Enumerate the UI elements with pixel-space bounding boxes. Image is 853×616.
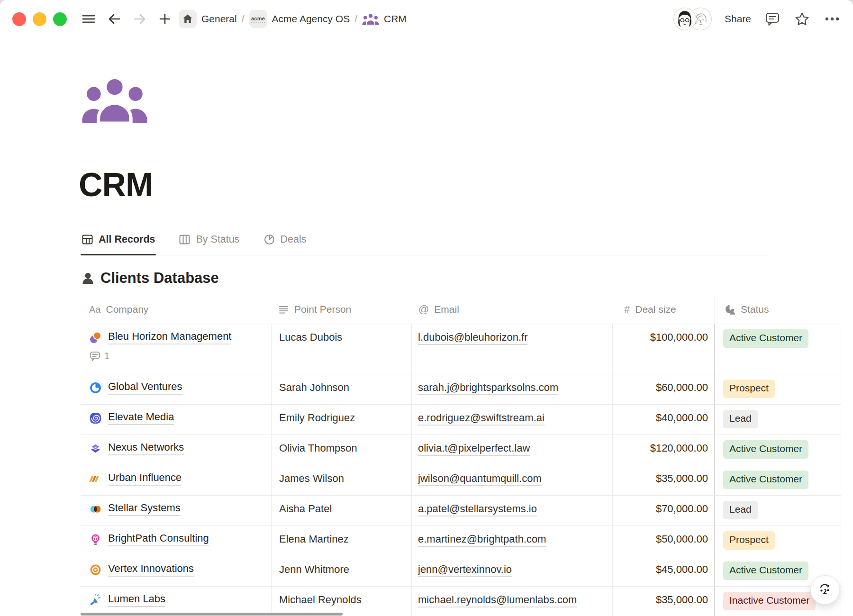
email-link[interactable]: sarah.j@brightsparksolns.com bbox=[418, 381, 558, 395]
company-link[interactable]: Urban Influence bbox=[108, 471, 181, 486]
point-person-cell[interactable]: Sarah Johnson bbox=[272, 374, 412, 404]
table-row[interactable]: Global Ventures Sarah Johnson sarah.j@br… bbox=[81, 374, 841, 405]
company-cell[interactable]: Global Ventures bbox=[81, 374, 272, 404]
email-cell[interactable]: jenn@vertexinnov.io bbox=[412, 556, 613, 586]
email-link[interactable]: jenn@vertexinnov.io bbox=[418, 563, 512, 577]
company-link[interactable]: Stellar Systems bbox=[108, 502, 181, 516]
back-arrow-icon[interactable] bbox=[107, 11, 122, 27]
status-badge[interactable]: Active Customer bbox=[723, 471, 808, 489]
deal-size-cell[interactable]: $40,000.00 bbox=[613, 405, 715, 435]
status-badge[interactable]: Active Customer bbox=[723, 562, 808, 580]
status-badge[interactable]: Inactive Customer bbox=[723, 592, 816, 610]
new-page-plus-icon[interactable] bbox=[158, 12, 172, 26]
minimize-window-button[interactable] bbox=[33, 12, 46, 26]
company-link[interactable]: Vertex Innovations bbox=[108, 562, 194, 577]
status-cell[interactable]: Active Customer bbox=[714, 324, 841, 374]
deal-size-cell[interactable]: $35,000.00 bbox=[613, 465, 715, 495]
email-link[interactable]: olivia.t@pixelperfect.law bbox=[418, 442, 530, 456]
email-cell[interactable]: olivia.t@pixelperfect.law bbox=[412, 435, 613, 465]
deal-size-cell[interactable]: $60,000.00 bbox=[613, 374, 715, 404]
close-window-button[interactable] bbox=[12, 12, 26, 26]
table-row[interactable]: Vertex Innovations Jenn Whitmore jenn@ve… bbox=[81, 556, 841, 587]
table-row[interactable]: Lumen Labs Michael Reynolds michael.reyn… bbox=[81, 587, 841, 616]
point-person-cell[interactable]: Aisha Patel bbox=[272, 496, 412, 525]
status-badge[interactable]: Active Customer bbox=[723, 329, 808, 348]
company-cell[interactable]: Elevate Media bbox=[81, 405, 272, 435]
email-link[interactable]: michael.reynolds@lumenlabs.com bbox=[418, 594, 577, 607]
status-cell[interactable]: Prospect bbox=[714, 374, 841, 404]
email-cell[interactable]: jwilson@quantumquill.com bbox=[412, 465, 613, 495]
email-cell[interactable]: e.martinez@brightpath.com bbox=[412, 526, 613, 556]
status-badge[interactable]: Lead bbox=[723, 410, 758, 428]
table-row[interactable]: Elevate Media Emily Rodriguez e.rodrigue… bbox=[81, 405, 841, 435]
tab-all-records[interactable]: All Records bbox=[81, 232, 156, 255]
point-person-cell[interactable]: James Wilson bbox=[272, 465, 412, 495]
status-badge[interactable]: Active Customer bbox=[723, 440, 808, 459]
email-cell[interactable]: a.patel@stellarsystems.io bbox=[412, 496, 613, 525]
email-link[interactable]: e.martinez@brightpath.com bbox=[418, 533, 546, 547]
email-link[interactable]: a.patel@stellarsystems.io bbox=[418, 503, 537, 516]
collaborator-avatars[interactable] bbox=[674, 8, 711, 30]
status-cell[interactable]: Lead bbox=[714, 496, 841, 525]
deal-size-cell[interactable]: $120,000.00 bbox=[613, 435, 715, 465]
deal-size-cell[interactable]: $35,000.00 bbox=[613, 587, 715, 616]
status-badge[interactable]: Lead bbox=[723, 501, 758, 519]
comments-icon[interactable] bbox=[764, 11, 780, 27]
table-row[interactable]: Urban Influence James Wilson jwilson@qua… bbox=[81, 465, 841, 496]
email-link[interactable]: l.dubois@bleuhorizon.fr bbox=[418, 331, 527, 345]
more-options-icon[interactable] bbox=[824, 11, 841, 27]
comment-count[interactable]: 1 bbox=[90, 351, 266, 362]
status-badge[interactable]: Prospect bbox=[723, 380, 775, 398]
deal-size-cell[interactable]: $100,000.00 bbox=[613, 324, 715, 374]
table-row[interactable]: Nexus Networks Olivia Thompson olivia.t@… bbox=[81, 435, 841, 465]
company-link[interactable]: Nexus Networks bbox=[108, 441, 184, 455]
deal-size-cell[interactable]: $45,000.00 bbox=[613, 556, 715, 586]
column-header-point-person[interactable]: Point Person bbox=[272, 304, 412, 315]
status-cell[interactable]: Active Customer bbox=[714, 465, 841, 495]
breadcrumb-item-page[interactable]: CRM bbox=[384, 13, 407, 25]
email-cell[interactable]: sarah.j@brightsparksolns.com bbox=[412, 374, 613, 404]
zoom-window-button[interactable] bbox=[53, 12, 67, 26]
share-button[interactable]: Share bbox=[725, 13, 751, 25]
email-cell[interactable]: l.dubois@bleuhorizon.fr bbox=[412, 324, 613, 374]
horizontal-scrollbar-thumb[interactable] bbox=[81, 613, 343, 616]
company-cell[interactable]: Bleu Horizon Management 1 bbox=[81, 324, 272, 374]
table-row[interactable]: Bleu Horizon Management 1 Lucas Dubois l… bbox=[81, 324, 841, 374]
column-header-company[interactable]: Aa Company bbox=[81, 304, 272, 315]
company-link[interactable]: Bleu Horizon Management bbox=[108, 330, 231, 344]
column-header-email[interactable]: @ Email bbox=[412, 304, 613, 315]
status-badge[interactable]: Prospect bbox=[723, 531, 775, 550]
company-link[interactable]: Lumen Labs bbox=[108, 593, 165, 607]
company-link[interactable]: Global Ventures bbox=[108, 380, 182, 395]
tab-by-status[interactable]: By Status bbox=[178, 232, 240, 255]
column-header-status[interactable]: Status bbox=[715, 295, 841, 324]
favorite-star-icon[interactable] bbox=[794, 11, 810, 27]
company-cell[interactable]: BrightPath Consulting bbox=[81, 526, 272, 556]
table-row[interactable]: Stellar Systems Aisha Patel a.patel@stel… bbox=[81, 496, 841, 526]
point-person-cell[interactable]: Michael Reynolds bbox=[272, 587, 412, 616]
point-person-cell[interactable]: Lucas Dubois bbox=[272, 324, 412, 374]
status-cell[interactable]: Lead bbox=[714, 405, 841, 435]
page-icon-people-group[interactable] bbox=[81, 77, 149, 123]
company-cell[interactable]: Stellar Systems bbox=[81, 496, 272, 525]
deal-size-cell[interactable]: $50,000.00 bbox=[613, 526, 715, 556]
notion-ai-face-button[interactable] bbox=[810, 575, 840, 605]
status-cell[interactable]: Active Customer bbox=[714, 435, 841, 465]
company-cell[interactable]: Lumen Labs bbox=[81, 587, 272, 616]
point-person-cell[interactable]: Jenn Whitmore bbox=[272, 556, 412, 586]
breadcrumb-item-workspace[interactable]: Acme Agency OS bbox=[272, 13, 350, 25]
email-link[interactable]: e.rodriguez@swiftstream.ai bbox=[418, 412, 544, 426]
company-cell[interactable]: Nexus Networks bbox=[81, 435, 272, 465]
company-link[interactable]: Elevate Media bbox=[108, 411, 174, 425]
sidebar-menu-icon[interactable] bbox=[81, 11, 96, 27]
forward-arrow-icon[interactable] bbox=[132, 11, 147, 27]
tab-deals[interactable]: Deals bbox=[263, 232, 308, 255]
deal-size-cell[interactable]: $70,000.00 bbox=[613, 496, 715, 525]
breadcrumb-item-general[interactable]: General bbox=[201, 13, 237, 25]
home-icon[interactable] bbox=[179, 10, 197, 28]
point-person-cell[interactable]: Olivia Thompson bbox=[272, 435, 412, 465]
company-cell[interactable]: Vertex Innovations bbox=[81, 556, 272, 586]
status-cell[interactable]: Prospect bbox=[714, 526, 841, 556]
avatar[interactable] bbox=[674, 8, 696, 30]
email-link[interactable]: jwilson@quantumquill.com bbox=[418, 472, 542, 486]
